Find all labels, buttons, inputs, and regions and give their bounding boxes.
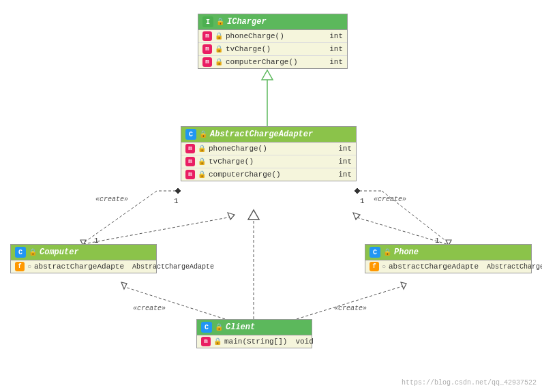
svg-marker-20 <box>228 213 235 220</box>
abstract-adapter-header: C 🔒 AbstractChargeAdapter <box>181 127 356 142</box>
svg-line-21 <box>355 217 447 244</box>
icharger-name: ICharger <box>227 17 267 27</box>
computer-badge: C <box>15 247 26 258</box>
method-badge-a1: m <box>185 144 195 153</box>
svg-text:«create»: «create» <box>334 305 367 312</box>
computer-body: f ○ abstractChargeAdapte AbstractChargeA… <box>11 260 156 273</box>
icharger-method-1: m 🔒 phoneCharge() int <box>198 30 347 43</box>
computer-header: C 🔒 Computer <box>11 245 156 260</box>
svg-text:1: 1 <box>360 197 365 205</box>
client-badge: C <box>201 322 212 333</box>
method-badge-a3: m <box>185 170 195 179</box>
field-badge-p1: f <box>370 262 379 271</box>
icharger-badge: I <box>202 16 213 27</box>
svg-line-13 <box>382 191 450 244</box>
svg-marker-24 <box>121 282 127 289</box>
svg-text:«create»: «create» <box>133 305 166 312</box>
icharger-body: m 🔒 phoneCharge() int m 🔒 tvCharge() int… <box>198 30 347 68</box>
icharger-method-2: m 🔒 tvCharge() int <box>198 43 347 56</box>
method-badge-a2: m <box>185 157 195 166</box>
phone-body: f ○ abstractChargeAdapte AbstractChargeA… <box>365 260 531 273</box>
method-badge-m3: m <box>202 57 212 67</box>
phone-class: C 🔒 Phone f ○ abstractChargeAdapte Abstr… <box>365 244 532 273</box>
abstract-method-3: m 🔒 computerCharge() int <box>181 168 356 181</box>
icharger-method-3: m 🔒 computerCharge() int <box>198 56 347 68</box>
svg-marker-30 <box>248 210 259 220</box>
client-lock: 🔒 <box>215 323 223 331</box>
phone-badge: C <box>370 247 380 258</box>
phone-name: Phone <box>394 247 419 257</box>
icharger-class: I 🔒 ICharger m 🔒 phoneCharge() int m 🔒 t… <box>198 14 348 69</box>
abstract-adapter-body: m 🔒 phoneCharge() int m 🔒 tvCharge() int… <box>181 142 356 181</box>
svg-marker-14 <box>355 188 360 194</box>
svg-line-23 <box>123 286 225 319</box>
abstract-method-1: m 🔒 phoneCharge() int <box>181 142 356 155</box>
phone-field-1: f ○ abstractChargeAdapte AbstractChargeA… <box>365 260 531 273</box>
svg-text:«create»: «create» <box>374 196 406 203</box>
icharger-header: I 🔒 ICharger <box>198 14 347 30</box>
abstract-name: AbstractChargeAdapter <box>210 130 313 139</box>
client-method-1: m 🔒 main(String[]) void <box>197 335 312 348</box>
computer-class: C 🔒 Computer f ○ abstractChargeAdapte Ab… <box>10 244 157 273</box>
diagram-container: 1 1 «create» 1 1 «create» «create» «crea… <box>0 0 542 392</box>
svg-marker-4 <box>262 70 273 80</box>
computer-field-1: f ○ abstractChargeAdapte AbstractChargeA… <box>11 260 156 273</box>
computer-lock: 🔒 <box>29 248 37 256</box>
svg-line-26 <box>297 286 402 319</box>
method-badge-m1: m <box>202 31 212 41</box>
abstract-badge: C <box>185 129 196 140</box>
svg-line-19 <box>83 217 232 244</box>
svg-line-6 <box>82 191 157 244</box>
phone-header: C 🔒 Phone <box>365 245 531 260</box>
svg-marker-22 <box>353 213 360 220</box>
icharger-lock: 🔒 <box>216 18 224 26</box>
client-name: Client <box>226 322 255 332</box>
watermark: https://blog.csdn.net/qq_42937522 <box>402 379 537 387</box>
abstract-adapter-class: C 🔒 AbstractChargeAdapter m 🔒 phoneCharg… <box>181 126 357 181</box>
svg-marker-27 <box>401 282 406 289</box>
abstract-lock: 🔒 <box>199 130 207 138</box>
abstract-method-2: m 🔒 tvCharge() int <box>181 155 356 168</box>
svg-marker-7 <box>175 188 181 194</box>
method-badge-m2: m <box>202 44 212 54</box>
computer-name: Computer <box>40 247 79 257</box>
svg-text:1: 1 <box>174 197 179 205</box>
method-badge-cl1: m <box>201 337 211 346</box>
client-body: m 🔒 main(String[]) void <box>197 335 312 348</box>
field-badge-c1: f <box>15 262 25 271</box>
client-header: C 🔒 Client <box>197 320 312 335</box>
client-class: C 🔒 Client m 🔒 main(String[]) void <box>196 319 312 348</box>
phone-lock: 🔒 <box>383 248 391 256</box>
svg-text:«create»: «create» <box>95 196 128 203</box>
